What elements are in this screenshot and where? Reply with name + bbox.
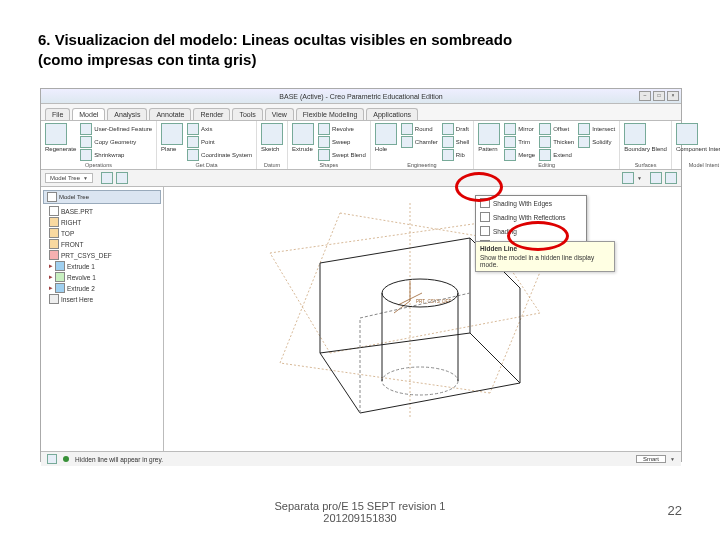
sub-modeltree-dropdown[interactable]: Model Tree▼ <box>45 173 93 183</box>
chamfer-button[interactable]: Chamfer <box>401 136 438 148</box>
user-defined-feature-button[interactable]: User-Defined Feature <box>80 123 152 135</box>
group-title-operations: Operations <box>85 162 112 168</box>
tooltip-body: Show the model in a hidden line display … <box>480 254 610 268</box>
extend-button[interactable]: Extend <box>539 149 574 161</box>
csys-button[interactable]: Coordinate System <box>187 149 252 161</box>
status-bar: Hidden line will appear in grey. Smart ▼ <box>41 451 681 466</box>
datum-plane-icon <box>49 228 59 238</box>
ribbon-group-engineering: Hole Round Chamfer Draft Shell Rib Engin… <box>371 121 474 169</box>
tab-model[interactable]: Model <box>72 108 105 120</box>
tree-item[interactable]: PRT_CSYS_DEF <box>43 250 161 261</box>
tab-annotate[interactable]: Annotate <box>149 108 191 120</box>
ribbon: Regenerate User-Defined Feature Copy Geo… <box>41 121 681 170</box>
extend-icon <box>539 149 551 161</box>
revolve-button[interactable]: Revolve <box>318 123 366 135</box>
close-button[interactable]: × <box>667 91 679 101</box>
tree-item[interactable]: FRONT <box>43 239 161 250</box>
plane-icon <box>161 123 183 145</box>
rib-button[interactable]: Rib <box>442 149 469 161</box>
status-icon-1[interactable] <box>47 454 57 464</box>
component-interface-button[interactable]: Component Interface <box>676 146 720 152</box>
body-area: Model Tree BASE.PRT RIGHT TOP FRONT PRT_… <box>41 187 681 451</box>
sketch-button[interactable]: Sketch <box>261 146 283 152</box>
pattern-button[interactable]: Pattern <box>478 146 500 152</box>
merge-icon <box>504 149 516 161</box>
regenerate-button[interactable]: Regenerate <box>45 146 76 152</box>
group-title-editing: Editing <box>538 162 555 168</box>
tab-applications[interactable]: Applications <box>366 108 418 120</box>
slide-title: 6. Visualizacion del modelo: Lineas ocul… <box>38 30 682 69</box>
plane-button[interactable]: Plane <box>161 146 183 152</box>
solidify-icon <box>578 136 590 148</box>
maximize-button[interactable]: □ <box>653 91 665 101</box>
selection-filter[interactable]: Smart <box>636 455 666 463</box>
annotation-circle-menu <box>507 221 569 251</box>
tree-item[interactable]: Insert Here <box>43 294 161 305</box>
titlebar: BASE (Active) - Creo Parametric Educatio… <box>41 89 681 104</box>
sweep-button[interactable]: Sweep <box>318 136 366 148</box>
trim-button[interactable]: Trim <box>504 136 535 148</box>
point-button[interactable]: Point <box>187 136 252 148</box>
display-style-button[interactable] <box>622 172 634 184</box>
merge-button[interactable]: Merge <box>504 149 535 161</box>
status-message: Hidden line will appear in grey. <box>75 456 163 463</box>
ribbon-group-shapes: Extrude Revolve Sweep Swept Blend Shapes <box>288 121 371 169</box>
tree-item[interactable]: ▸Extrude 2 <box>43 283 161 294</box>
swept-blend-button[interactable]: Swept Blend <box>318 149 366 161</box>
thicken-button[interactable]: Thicken <box>539 136 574 148</box>
tab-view[interactable]: View <box>265 108 294 120</box>
round-icon <box>401 123 413 135</box>
tab-tools[interactable]: Tools <box>232 108 262 120</box>
sub-icon-4[interactable] <box>665 172 677 184</box>
hole-button[interactable]: Hole <box>375 146 397 152</box>
app-window: BASE (Active) - Creo Parametric Educatio… <box>40 88 682 462</box>
tab-file[interactable]: File <box>45 108 70 120</box>
tree-item[interactable]: ▸Revolve 1 <box>43 272 161 283</box>
boundary-blend-button[interactable]: Boundary Blend <box>624 146 667 152</box>
sub-icon-1[interactable] <box>101 172 113 184</box>
tree-item[interactable]: RIGHT <box>43 217 161 228</box>
group-title-shapes: Shapes <box>320 162 339 168</box>
sub-icon-2[interactable] <box>116 172 128 184</box>
group-title-getdata: Get Data <box>196 162 218 168</box>
trim-icon <box>504 136 516 148</box>
tab-render[interactable]: Render <box>193 108 230 120</box>
viewport: PRT_CSYS_DEF <box>170 193 675 445</box>
slide-footer: Separata pro/E 15 SEPT revision 1 201209… <box>0 500 720 524</box>
shell-button[interactable]: Shell <box>442 136 469 148</box>
intersect-button[interactable]: Intersect <box>578 123 615 135</box>
canvas[interactable]: PRT_CSYS_DEF <box>164 187 681 451</box>
tree-item[interactable]: ▸Extrude 1 <box>43 261 161 272</box>
ribbon-group-datum: Sketch Datum <box>257 121 288 169</box>
solidify-button[interactable]: Solidify <box>578 136 615 148</box>
tab-analysis[interactable]: Analysis <box>107 108 147 120</box>
tree-item[interactable]: TOP <box>43 228 161 239</box>
model-tree-header: Model Tree <box>43 190 161 204</box>
round-button[interactable]: Round <box>401 123 438 135</box>
ribbon-group-modelintent: Component Interface Model Intent <box>672 121 720 169</box>
sub-toolbar: Model Tree▼ ▼ <box>41 170 681 187</box>
extrude-icon <box>55 283 65 293</box>
pattern-icon <box>478 123 500 145</box>
component-interface-icon <box>676 123 698 145</box>
chevron-down-icon: ▼ <box>670 456 675 462</box>
offset-button[interactable]: Offset <box>539 123 574 135</box>
revolve-icon <box>318 123 330 135</box>
hole-icon <box>375 123 397 145</box>
sub-icon-3[interactable] <box>650 172 662 184</box>
shading-icon <box>480 226 490 236</box>
mirror-button[interactable]: Mirror <box>504 123 535 135</box>
draft-button[interactable]: Draft <box>442 123 469 135</box>
model-tree: BASE.PRT RIGHT TOP FRONT PRT_CSYS_DEF ▸E… <box>43 206 161 305</box>
axis-button[interactable]: Axis <box>187 123 252 135</box>
shrinkwrap-button[interactable]: Shrinkwrap <box>80 149 152 161</box>
tree-root[interactable]: BASE.PRT <box>43 206 161 217</box>
minimize-button[interactable]: – <box>639 91 651 101</box>
tab-flexible-modeling[interactable]: Flexible Modeling <box>296 108 364 120</box>
annotation-circle-toolbar <box>455 172 503 202</box>
svg-line-3 <box>270 253 330 353</box>
extrude-button[interactable]: Extrude <box>292 146 314 152</box>
copy-geometry-button[interactable]: Copy Geometry <box>80 136 152 148</box>
chamfer-icon <box>401 136 413 148</box>
offset-icon <box>539 123 551 135</box>
